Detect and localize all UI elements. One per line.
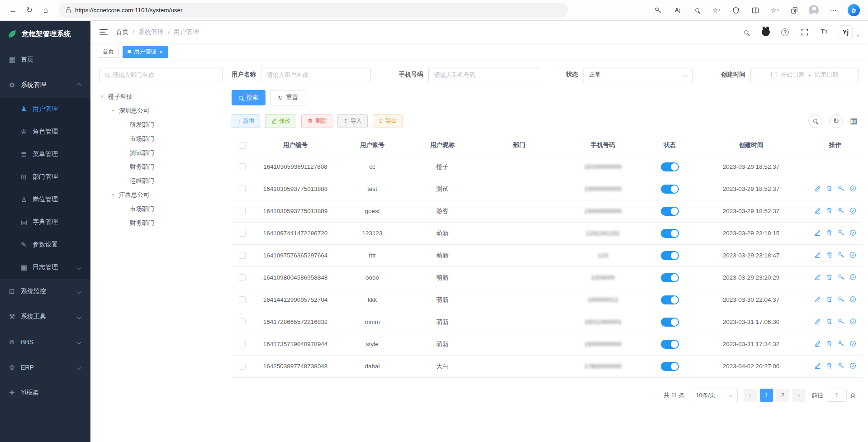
row-checkbox[interactable] [239,296,246,303]
split-screen-icon[interactable] [750,5,760,15]
reset-password-icon[interactable] [838,207,844,214]
password-key-icon[interactable] [653,5,663,15]
edit-icon[interactable] [814,207,821,214]
row-checkbox[interactable] [239,208,246,214]
assign-role-icon[interactable] [849,274,856,280]
font-size-icon[interactable]: TT [819,27,829,37]
assign-role-icon[interactable] [849,185,856,192]
edit-icon[interactable] [814,252,821,258]
collapse-sidebar-icon[interactable] [100,29,108,35]
table-row[interactable]: 1642503897748738048 dabai 大白 17800000000… [232,355,862,377]
help-icon[interactable]: ? [780,27,790,37]
add-favorite-icon[interactable]: ☆+ [711,5,721,15]
status-toggle[interactable] [661,162,679,171]
tree-node[interactable]: ▾深圳总公司 [100,104,223,118]
delete-button[interactable]: 删除 [301,114,332,128]
row-checkbox[interactable] [239,185,246,192]
table-row[interactable]: 1641030593775013889 guest 游客 15000000000… [232,200,862,222]
assign-role-icon[interactable] [849,362,856,369]
delete-icon[interactable] [826,229,833,236]
tree-node[interactable]: 市场部门 [100,202,223,216]
reset-password-icon[interactable] [838,296,844,303]
page-button-2[interactable]: 2 [776,389,789,402]
sidebar-item-home[interactable]: ▦首页 [0,47,90,72]
table-row[interactable]: 1641030593691127808 cc 橙子 15100000000 20… [232,156,862,178]
assign-role-icon[interactable] [849,340,856,347]
status-toggle[interactable] [661,251,679,260]
reset-password-icon[interactable] [838,185,844,192]
tree-node[interactable]: 市场部门 [100,132,223,146]
sidebar-item-bbs[interactable]: ⊚BBS [0,329,90,355]
reset-password-icon[interactable] [838,252,844,258]
delete-icon[interactable] [826,185,833,192]
table-row[interactable]: 1641030593775013888 test 测试 15000000000 … [232,178,862,200]
row-checkbox[interactable] [239,252,246,259]
status-toggle[interactable] [661,318,679,327]
header-search-icon[interactable] [741,27,751,37]
status-toggle[interactable] [661,207,679,216]
sidebar-item-erp[interactable]: ⊚ERP [0,355,90,380]
edit-icon[interactable] [814,274,821,280]
favorites-icon[interactable]: ☆≡ [770,5,780,15]
add-button[interactable]: +新增 [232,114,260,128]
dept-search-input[interactable] [113,71,217,78]
assign-role-icon[interactable] [849,229,856,236]
sidebar-item-system-management[interactable]: ⚙系统管理 [0,72,90,98]
reset-password-icon[interactable] [838,318,844,325]
sidebar-item-user-management[interactable]: ♟用户管理 [0,98,90,120]
status-toggle[interactable] [661,185,679,194]
column-settings-icon[interactable]: ▦ [850,116,857,126]
reset-button[interactable]: ↻ 重置 [270,90,305,105]
assign-role-icon[interactable] [849,207,856,214]
sidebar-item-menu-management[interactable]: ≣菜单管理 [0,143,90,166]
github-icon[interactable] [761,27,771,37]
home-icon[interactable]: ⌂ [39,4,52,17]
tree-node[interactable]: 财务部门 [100,216,223,230]
delete-icon[interactable] [826,296,833,303]
assign-role-icon[interactable] [849,252,856,258]
delete-icon[interactable] [826,362,833,369]
sidebar-item-post-management[interactable]: ♙岗位管理 [0,188,90,211]
browser-essentials-icon[interactable] [731,5,741,15]
status-toggle[interactable] [661,362,679,371]
collections-icon[interactable] [789,5,799,15]
refresh-table-button[interactable]: ↻ [829,114,843,128]
status-toggle[interactable] [661,295,679,304]
row-checkbox[interactable] [239,318,246,325]
tab-user-management[interactable]: 用户管理 × [123,46,168,58]
row-checkbox[interactable] [239,230,246,237]
sidebar-item-param-settings[interactable]: ✎参数设置 [0,233,90,256]
edit-icon[interactable] [814,318,821,325]
row-checkbox[interactable] [239,274,246,281]
delete-icon[interactable] [826,274,833,280]
status-toggle[interactable] [661,229,679,238]
table-row[interactable]: 1641735719040978944 style 萌新 15000000000… [232,333,862,355]
goto-page-input[interactable] [827,389,847,402]
export-button[interactable]: ↧导出 [373,114,403,128]
delete-icon[interactable] [826,318,833,325]
tree-node[interactable]: 测试部门 [100,146,223,160]
close-tab-icon[interactable]: × [159,49,163,55]
phone-input[interactable] [428,67,538,82]
sidebar-item-dept-management[interactable]: ⊞部门管理 [0,166,90,188]
address-bar[interactable]: https://ccnetcore.com:1101/system/user [59,3,568,18]
table-row[interactable]: 1641098004586958848 oooo 萌新 1204000 2023… [232,266,862,289]
tree-node[interactable]: ▾橙子科技 [100,90,223,104]
status-toggle[interactable] [661,273,679,282]
browser-profile-avatar[interactable] [809,5,819,15]
tree-node[interactable]: 研发部门 [100,118,223,132]
user-avatar[interactable]: Yj [839,25,853,39]
tree-node[interactable]: 运维部门 [100,174,223,188]
delete-icon[interactable] [826,252,833,258]
fullscreen-icon[interactable] [800,27,810,37]
status-select[interactable]: 正常 [583,67,693,82]
read-aloud-icon[interactable]: A) [673,5,683,15]
date-range-picker[interactable]: 开始日期 - 结束日期 [750,67,859,82]
prev-page-button[interactable]: ‹ [744,389,757,402]
edit-icon[interactable] [814,362,821,369]
assign-role-icon[interactable] [849,296,856,303]
page-size-select[interactable]: 10条/页 [691,389,738,402]
reset-password-icon[interactable] [838,274,844,280]
tree-node[interactable]: ▾江西总公司 [100,188,223,202]
table-row[interactable]: 1641097576365297664 tttt 萌新 123 2023-03-… [232,244,862,266]
